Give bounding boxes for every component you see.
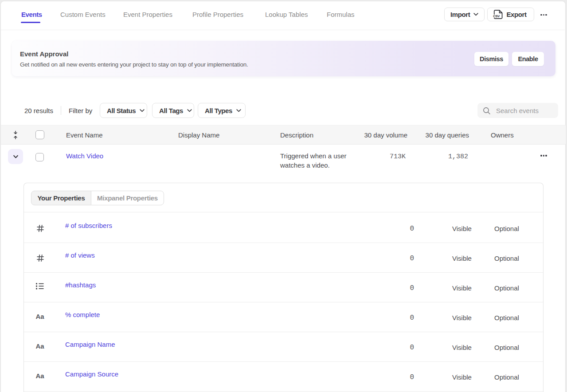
svg-text:CSV: CSV	[493, 14, 500, 18]
